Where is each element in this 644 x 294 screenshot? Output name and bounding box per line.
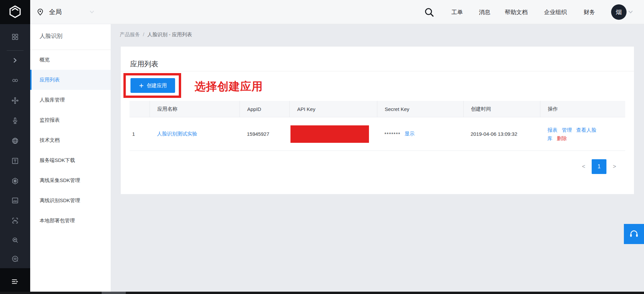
grid-products-icon[interactable]	[11, 33, 19, 41]
sidebar-item-app-list[interactable]: 应用列表	[30, 70, 111, 90]
show-secret-link[interactable]: 显示	[405, 131, 415, 137]
bottom-scrollbar-track	[0, 292, 644, 294]
sidebar-item-monitor-report[interactable]: 监控报表	[30, 110, 111, 130]
secret-key-mask: *******	[384, 131, 400, 137]
nav-help-docs[interactable]: 帮助文档	[505, 0, 528, 24]
manage-link[interactable]: 管理	[562, 127, 572, 133]
location-pin-icon	[36, 8, 44, 16]
voice-circle-icon[interactable]	[11, 255, 19, 263]
cell-created-time: 2019-04-06 13:09:32	[463, 117, 540, 151]
list-menu-icon[interactable]	[11, 278, 19, 286]
header-index	[129, 101, 150, 117]
sidebar-item-local-deploy[interactable]: 本地部署包管理	[30, 211, 111, 231]
pagination-prev[interactable]: <	[580, 163, 587, 170]
breadcrumb-root[interactable]: 产品服务	[120, 32, 140, 38]
pagination-next[interactable]: >	[611, 163, 618, 170]
bottom-scrollbar-thumb[interactable]	[102, 292, 126, 294]
face-scan-icon[interactable]	[11, 217, 19, 225]
sidebar-item-offline-recognition-sdk[interactable]: 离线识别SDK管理	[30, 190, 111, 211]
nav-finance[interactable]: 财务	[584, 0, 595, 24]
breadcrumb: 产品服务 / 人脸识别 - 应用列表	[120, 32, 192, 38]
pagination: < 1 >	[580, 159, 618, 174]
sidebar-item-overview[interactable]: 概览	[30, 50, 111, 70]
text-recognition-icon[interactable]	[11, 157, 19, 165]
header-app-id: AppID	[239, 101, 289, 117]
region-label: 全局	[49, 8, 62, 16]
collapse-chevron-icon[interactable]	[11, 56, 19, 64]
nav-enterprise-org[interactable]: 企业组织	[544, 0, 567, 24]
cell-index: 1	[129, 117, 150, 151]
delete-link[interactable]: 删除	[557, 135, 567, 141]
report-link[interactable]: 报表	[547, 127, 557, 133]
header-secret-key: Secret Key	[377, 101, 463, 117]
brand-logo[interactable]	[0, 0, 30, 24]
nav-tickets[interactable]: 工单	[451, 0, 463, 24]
cell-api-key	[289, 117, 377, 151]
plus-icon	[139, 83, 144, 88]
search-icon[interactable]	[424, 7, 435, 18]
region-selector[interactable]: 全局	[36, 0, 62, 24]
table-header-row: 应用名称 AppID API Key Secret Key 创建时间 操作	[129, 101, 625, 117]
header-operations: 操作	[540, 101, 625, 117]
rail-divider	[7, 50, 23, 51]
cell-operations: 报表管理查看人脸库删除	[540, 117, 625, 151]
top-bar: 全局 工单 消息 帮助文档 企业组织 财务 烟	[0, 0, 644, 24]
breadcrumb-current: 人脸识别 - 应用列表	[147, 32, 192, 38]
table-row: 1 人脸识别测试实验 15945927 ******* 显示 2019-04-0…	[129, 117, 625, 151]
star-hexagon-icon[interactable]	[11, 177, 19, 185]
card-divider	[121, 71, 634, 71]
create-app-button-label: 创建应用	[147, 82, 167, 89]
header-app-name: 应用名称	[150, 101, 239, 117]
create-app-button[interactable]: 创建应用	[130, 78, 175, 93]
sidebar-title: 人脸识别	[40, 32, 62, 40]
header-created-time: 创建时间	[463, 101, 540, 117]
api-key-redaction-box	[290, 125, 369, 143]
cloud-logo-icon	[8, 5, 22, 19]
sidebar-item-tech-docs[interactable]: 技术文档	[30, 130, 111, 150]
node-cluster-icon[interactable]	[11, 97, 19, 105]
microphone-icon[interactable]	[11, 117, 19, 125]
avatar-chevron-down-icon[interactable]	[628, 10, 633, 14]
annotation-text: 选择创建应用	[195, 79, 263, 94]
rail-bottom-section	[0, 268, 30, 294]
header-api-key: API Key	[289, 101, 377, 117]
app-list-card: 应用列表 创建应用 选择创建应用 应用名称 AppID API Key Secr…	[121, 47, 634, 194]
face-globe-icon[interactable]	[11, 137, 19, 145]
page-title: 应用列表	[130, 59, 158, 69]
app-table: 应用名称 AppID API Key Secret Key 创建时间 操作 1 …	[129, 101, 625, 151]
sidebar-item-server-sdk[interactable]: 服务端SDK下载	[30, 150, 111, 170]
cell-app-id: 15945927	[239, 117, 289, 151]
region-chevron-down-icon[interactable]	[89, 10, 95, 14]
support-button[interactable]	[624, 224, 644, 244]
product-sidebar: 人脸识别 概览 应用列表 人脸库管理 监控报表 技术文档 服务端SDK下载 离线…	[30, 24, 111, 294]
search-wave-icon[interactable]	[11, 236, 19, 244]
sidebar-item-offline-capture-sdk[interactable]: 离线采集SDK管理	[30, 170, 111, 190]
cell-secret-key: ******* 显示	[377, 117, 463, 151]
headphones-icon	[629, 229, 639, 239]
pagination-page-1[interactable]: 1	[592, 159, 606, 174]
sidebar-item-face-library[interactable]: 人脸库管理	[30, 90, 111, 110]
user-avatar[interactable]: 烟	[611, 4, 627, 20]
icon-rail	[0, 24, 30, 294]
nav-messages[interactable]: 消息	[479, 0, 490, 24]
image-recognition-icon[interactable]	[11, 196, 19, 204]
infinity-icon[interactable]	[11, 76, 19, 84]
breadcrumb-separator: /	[143, 32, 144, 38]
console-screen: 全局 工单 消息 帮助文档 企业组织 财务 烟	[0, 0, 644, 294]
app-name-link[interactable]: 人脸识别测试实验	[157, 131, 197, 137]
